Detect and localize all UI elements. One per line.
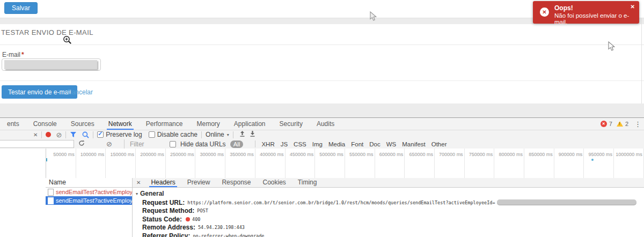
tab-console[interactable]: Console — [26, 118, 64, 130]
scrollbar-edge — [641, 18, 642, 103]
timeline-cell: 600000 ms — [375, 149, 405, 178]
timeline-label: 350000 ms — [230, 152, 255, 157]
network-overview-timeline[interactable]: 50000 ms100000 ms150000 ms200000 ms25000… — [46, 149, 644, 179]
details-tab-cookies[interactable]: Cookies — [257, 178, 291, 187]
timeline-cell: 100000 ms — [76, 149, 106, 178]
request-row[interactable]: sendEmailTest?activeEmployeeId=A76... — [46, 188, 132, 196]
tab-application[interactable]: Application — [227, 118, 273, 130]
block-icon[interactable]: ⊘ — [106, 140, 112, 147]
details-tab-response[interactable]: Response — [216, 178, 257, 187]
filter-type-img[interactable]: Img — [312, 141, 323, 147]
devtools-tabs: entsConsoleSourcesNetworkPerformanceMemo… — [0, 118, 341, 130]
toolbar-separator — [41, 131, 42, 138]
disable-cache-checkbox[interactable] — [149, 131, 155, 138]
tab-sources[interactable]: Sources — [64, 118, 101, 130]
details-tab-preview[interactable]: Preview — [181, 178, 216, 187]
record-icon[interactable] — [46, 132, 51, 137]
filter-type-xhr[interactable]: XHR — [261, 141, 274, 147]
name-column-header[interactable]: Name — [46, 178, 132, 188]
test-email-button[interactable]: Testar envio de e-mail — [2, 85, 77, 99]
throttling-dropdown[interactable]: Online ▾ — [206, 131, 229, 138]
search-icon[interactable] — [82, 131, 89, 138]
filter-bar: ⊘ Hide data URLs AllXHRJSCSSImgMediaFont… — [0, 139, 644, 149]
tab-memory[interactable]: Memory — [189, 118, 226, 130]
network-toolbar: ✕ ⊘ Preserve log Disable cache Online ▾ — [0, 130, 644, 139]
details-tab-timing[interactable]: Timing — [292, 178, 323, 187]
devtools-tabbar: entsConsoleSourcesNetworkPerformanceMemo… — [0, 118, 644, 130]
divider — [0, 80, 644, 81]
filter-type-ws[interactable]: WS — [386, 141, 397, 147]
document-icon — [48, 189, 54, 196]
filter-type-font[interactable]: Font — [351, 141, 363, 147]
reload-icon[interactable] — [78, 140, 85, 148]
timeline-label: 700000 ms — [439, 152, 464, 157]
toast-message: Não foi possível enviar o e-mail. — [554, 12, 639, 25]
timeline-label: 50000 ms — [53, 152, 76, 157]
header-field: Request Method:POST — [142, 207, 644, 216]
header-fields: Request URL:https://platform.senior.com.… — [133, 198, 644, 237]
details-tab-headers[interactable]: Headers — [145, 178, 181, 187]
error-toast: ✕ Oops! Não foi possível enviar o e-mail… — [533, 1, 639, 24]
throttling-value: Online — [206, 131, 224, 138]
header-field: Request URL:https://platform.senior.com.… — [142, 198, 644, 207]
email-field[interactable] — [2, 58, 101, 71]
hide-data-urls: Hide data URLs — [170, 140, 226, 148]
tab-performance[interactable]: Performance — [139, 118, 190, 130]
request-type-filters: AllXHRJSCSSImgMediaFontDocWSManifestOthe… — [230, 140, 447, 148]
filter-type-media[interactable]: Media — [328, 141, 345, 147]
tab-audits[interactable]: Audits — [310, 118, 341, 130]
filter-type-js[interactable]: JS — [281, 141, 288, 147]
import-har-icon[interactable] — [239, 131, 245, 139]
tab-network[interactable]: Network — [101, 118, 139, 130]
request-name: sendEmailTest?activeEmployeeId=A76... — [56, 197, 132, 204]
warning-icon — [617, 121, 623, 127]
hide-data-urls-checkbox[interactable] — [170, 141, 176, 147]
save-button[interactable]: Salvar — [4, 2, 38, 14]
close-details-icon[interactable]: ✕ — [136, 180, 141, 186]
close-icon[interactable]: ✕ — [33, 132, 38, 138]
side-panel — [0, 149, 46, 237]
toast-close-icon[interactable]: ✕ — [631, 4, 635, 10]
timeline-cell: 750000 ms — [465, 149, 495, 178]
field-label: Request Method: — [142, 207, 194, 214]
toolbar-separator — [233, 131, 233, 138]
filter-type-other[interactable]: Other — [431, 141, 447, 147]
timeline-label: 600000 ms — [379, 152, 405, 157]
filter-funnel-icon[interactable] — [70, 131, 77, 138]
general-section-header[interactable]: ▾ General — [136, 190, 644, 197]
export-har-icon[interactable] — [250, 131, 255, 139]
divider — [0, 45, 644, 45]
preserve-log-checkbox[interactable] — [97, 131, 104, 138]
warning-count: 2 — [625, 121, 628, 127]
header-field: Status Code:400 — [142, 215, 644, 224]
document-icon — [48, 197, 54, 204]
filter-input[interactable] — [129, 140, 162, 149]
timeline-label: 300000 ms — [200, 152, 225, 157]
tab-security[interactable]: Security — [273, 118, 310, 130]
timeline-cell: 450000 ms — [286, 149, 316, 178]
tab-ents[interactable]: ents — [0, 118, 26, 130]
side-search-input[interactable] — [0, 140, 74, 148]
timeline-cell: 250000 ms — [166, 149, 196, 178]
toolbar-separator — [65, 131, 66, 138]
timeline-label: 1000000 ms — [616, 152, 643, 157]
request-row[interactable]: sendEmailTest?activeEmployeeId=A76... — [46, 196, 132, 205]
email-label-text: E-mail — [2, 51, 20, 58]
cancel-link[interactable]: Cancelar — [67, 88, 93, 96]
filter-type-manifest[interactable]: Manifest — [402, 141, 425, 147]
error-circle-icon: ✕ — [540, 8, 549, 17]
disable-cache-label: Disable cache — [157, 131, 197, 138]
timeline-label: 200000 ms — [140, 152, 165, 157]
timeline-cell: 150000 ms — [106, 149, 136, 178]
request-rows: sendEmailTest?activeEmployeeId=A76...sen… — [46, 188, 132, 205]
filter-type-all[interactable]: All — [230, 140, 244, 148]
clear-icon[interactable]: ⊘ — [56, 131, 62, 138]
devtools-menu-icon[interactable]: ⋮ — [634, 120, 641, 128]
timeline-label: 500000 ms — [319, 152, 345, 157]
console-badges: ✕ 7 2 ⋮ — [601, 118, 641, 130]
filter-type-doc[interactable]: Doc — [369, 141, 380, 147]
timeline-label: 400000 ms — [260, 152, 285, 157]
timeline-label: 250000 ms — [170, 152, 195, 157]
timeline-grid: 50000 ms100000 ms150000 ms200000 ms25000… — [46, 149, 644, 178]
filter-type-css[interactable]: CSS — [294, 141, 306, 147]
